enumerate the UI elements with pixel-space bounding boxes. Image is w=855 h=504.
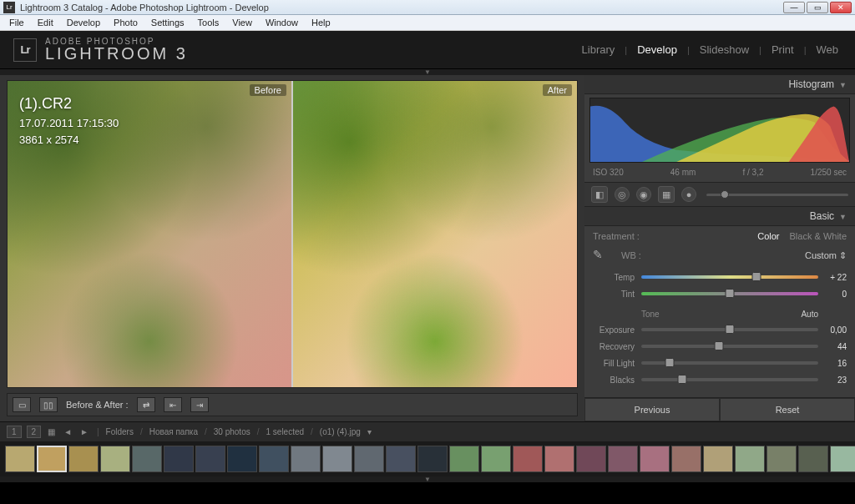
filllight-slider[interactable]: Fill Light 16 xyxy=(593,355,847,370)
recovery-slider[interactable]: Recovery 44 xyxy=(593,339,847,354)
module-develop[interactable]: Develop xyxy=(634,43,680,56)
menu-view[interactable]: View xyxy=(226,16,258,29)
filmstrip-thumb[interactable] xyxy=(544,446,574,472)
breadcrumb-folder-name[interactable]: Новая папка xyxy=(149,427,198,436)
tone-label: Tone xyxy=(593,310,660,319)
brush-tool-icon[interactable]: ● xyxy=(681,187,696,202)
wb-label: WB : xyxy=(621,250,641,260)
filmstrip-thumb[interactable] xyxy=(608,446,638,472)
filmstrip-thumb[interactable] xyxy=(481,446,511,472)
menu-window[interactable]: Window xyxy=(260,16,304,29)
window-title: Lightroom 3 Catalog - Adobe Photoshop Li… xyxy=(20,3,269,13)
basic-panel-header[interactable]: Basic▼ xyxy=(584,207,855,226)
copy-before-button[interactable]: ⇤ xyxy=(164,397,182,412)
toolstrip-slider[interactable] xyxy=(706,194,848,196)
spot-tool-icon[interactable]: ◎ xyxy=(615,187,630,202)
top-panel-expander[interactable]: ▼ xyxy=(0,69,855,75)
copy-after-button[interactable]: ⇥ xyxy=(190,397,209,412)
filmstrip-thumb[interactable] xyxy=(354,446,384,472)
bottom-panel-expander[interactable]: ▼ xyxy=(0,476,855,482)
filmstrip-thumb[interactable] xyxy=(227,446,257,472)
auto-tone-button[interactable]: Auto xyxy=(801,310,847,319)
filmstrip-thumb[interactable] xyxy=(195,446,225,472)
breadcrumb-folders[interactable]: Folders xyxy=(106,427,134,436)
module-print[interactable]: Print xyxy=(768,43,797,56)
basic-panel: Treatment : Color Black & White ✎ WB : C… xyxy=(584,226,855,397)
filmstrip-thumb[interactable] xyxy=(291,446,321,472)
filmstrip-thumb[interactable] xyxy=(449,446,479,472)
filmstrip-thumb[interactable] xyxy=(671,446,701,472)
redeye-tool-icon[interactable]: ◉ xyxy=(636,187,651,202)
treatment-color[interactable]: Color xyxy=(757,231,779,241)
window-titlebar: Lr Lightroom 3 Catalog - Adobe Photoshop… xyxy=(0,0,855,15)
exposure-slider[interactable]: Exposure 0,00 xyxy=(593,322,847,337)
app-header: Lr ADOBE PHOTOSHOP LIGHTROOM 3 Library| … xyxy=(0,31,855,69)
eyedropper-icon[interactable]: ✎ xyxy=(593,248,608,263)
image-compare[interactable]: Before (1).CR2 17.07.2011 17:15:30 3861 … xyxy=(7,80,578,388)
filmstrip-thumb[interactable] xyxy=(5,446,35,472)
previous-reset-row: Previous Reset xyxy=(584,397,855,421)
filmstrip-thumb[interactable] xyxy=(830,446,855,472)
module-web[interactable]: Web xyxy=(813,43,842,56)
filmstrip-thumb[interactable] xyxy=(513,446,543,472)
filmstrip-thumb[interactable] xyxy=(417,446,448,472)
nav-back-icon[interactable]: ◄ xyxy=(62,427,73,436)
histogram-header[interactable]: Histogram▼ xyxy=(584,75,855,94)
menu-file[interactable]: File xyxy=(3,16,30,29)
after-label: After xyxy=(543,84,572,96)
previous-button[interactable]: Previous xyxy=(584,398,720,421)
reset-button[interactable]: Reset xyxy=(720,398,855,421)
second-monitor-icon[interactable]: ▦ xyxy=(46,427,57,436)
loupe-view-button[interactable]: ▭ xyxy=(13,397,31,412)
main-content: Before (1).CR2 17.07.2011 17:15:30 3861 … xyxy=(0,75,855,421)
crop-tool-icon[interactable]: ◧ xyxy=(591,186,608,203)
swap-button[interactable]: ⇄ xyxy=(137,397,155,412)
filmstrip-thumb[interactable] xyxy=(322,446,352,472)
histogram-display[interactable] xyxy=(589,98,850,163)
app-title: ADOBE PHOTOSHOP LIGHTROOM 3 xyxy=(45,37,188,63)
blacks-slider[interactable]: Blacks 23 xyxy=(593,372,847,387)
filmstrip-thumb[interactable] xyxy=(386,446,416,472)
compare-view-button[interactable]: ▯▯ xyxy=(39,397,58,412)
filmstrip-thumb[interactable] xyxy=(164,446,194,472)
breadcrumb-selected: 1 selected xyxy=(266,427,304,436)
image-datetime: 17.07.2011 17:15:30 xyxy=(19,115,119,132)
nav-fwd-icon[interactable]: ► xyxy=(78,427,90,436)
grid-page-2[interactable]: 2 xyxy=(27,426,42,438)
menu-tools[interactable]: Tools xyxy=(192,16,225,29)
filmstrip-thumb[interactable] xyxy=(259,446,289,472)
menu-develop[interactable]: Develop xyxy=(61,16,106,29)
maximize-button[interactable]: ▭ xyxy=(807,2,828,13)
filmstrip-thumb[interactable] xyxy=(68,446,99,472)
filmstrip-thumb[interactable] xyxy=(37,446,67,472)
module-library[interactable]: Library xyxy=(579,43,619,56)
breadcrumb-filename: (о1) (4).jpg xyxy=(320,427,361,436)
filmstrip-thumb[interactable] xyxy=(766,446,797,472)
module-slideshow[interactable]: Slideshow xyxy=(696,43,752,56)
filmstrip-thumb[interactable] xyxy=(100,446,130,472)
close-button[interactable]: ✕ xyxy=(830,2,852,13)
minimize-button[interactable]: — xyxy=(783,2,805,13)
filmstrip-thumb[interactable] xyxy=(703,446,733,472)
wb-value[interactable]: Custom ⇕ xyxy=(805,250,847,261)
after-image: After xyxy=(293,81,577,387)
exif-shutter: 1/250 sec xyxy=(811,168,847,177)
filmstrip-thumb[interactable] xyxy=(640,446,670,472)
treatment-bw[interactable]: Black & White xyxy=(790,231,847,241)
menu-edit[interactable]: Edit xyxy=(32,16,59,29)
gradient-tool-icon[interactable]: ▦ xyxy=(658,186,675,203)
filmstrip-thumb[interactable] xyxy=(735,446,765,472)
grid-page-1[interactable]: 1 xyxy=(7,426,22,438)
filmstrip[interactable] xyxy=(0,441,855,476)
breadcrumb-dropdown-icon[interactable]: ▾ xyxy=(366,427,373,436)
menu-settings[interactable]: Settings xyxy=(145,16,190,29)
filmstrip-thumb[interactable] xyxy=(132,446,162,472)
filmstrip-thumb[interactable] xyxy=(798,446,828,472)
filmstrip-thumb[interactable] xyxy=(576,446,606,472)
lightroom-logo-icon: Lr xyxy=(13,38,37,62)
temp-slider[interactable]: Temp + 22 xyxy=(593,270,847,285)
tint-slider[interactable]: Tint 0 xyxy=(593,286,847,301)
preview-toolbar: ▭ ▯▯ Before & After : ⇄ ⇤ ⇥ xyxy=(7,393,578,416)
menu-help[interactable]: Help xyxy=(306,16,336,29)
menu-photo[interactable]: Photo xyxy=(108,16,144,29)
